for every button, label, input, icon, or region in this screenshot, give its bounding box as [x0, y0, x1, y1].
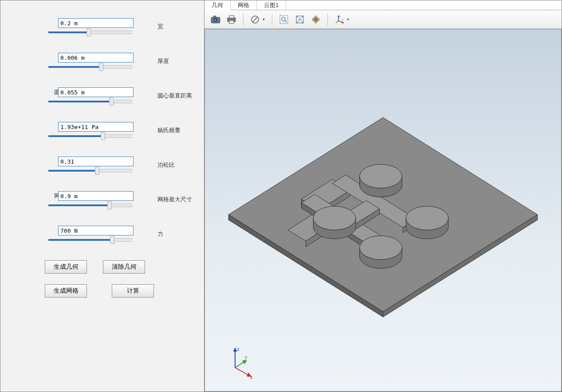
param-slider-width[interactable]: [48, 29, 133, 35]
param-row-meshmax: 网格最大尺寸 网格最大尺寸: [45, 191, 191, 211]
svg-marker-58: [242, 360, 247, 364]
toolbar: z y x: [204, 10, 562, 29]
param-label-cvdist-right: 圆心垂直距离: [157, 92, 192, 100]
generate-mesh-button[interactable]: 生成网格: [45, 284, 87, 298]
param-row-youngs: 杨氏横量 杨氏横量: [45, 122, 191, 141]
param-label-youngs-right: 杨氏横量: [157, 126, 181, 134]
param-label-poisson-right: 泊松比: [157, 161, 175, 169]
param-slider-youngs[interactable]: [48, 133, 133, 139]
param-label-force-right: 力: [157, 230, 163, 238]
zoom-extents-icon[interactable]: [293, 13, 307, 26]
tab-geometry[interactable]: 几何: [204, 0, 231, 10]
svg-text:y: y: [245, 354, 248, 360]
svg-text:z: z: [339, 15, 341, 18]
svg-rect-6: [229, 20, 234, 24]
param-input-force[interactable]: [58, 226, 134, 235]
svg-text:y: y: [342, 19, 343, 21]
svg-point-49: [406, 206, 448, 230]
button-row-2: 生成网格 计算: [45, 284, 191, 298]
geometry-3d-render: [205, 29, 561, 391]
svg-text:x: x: [250, 375, 253, 380]
svg-text:x: x: [342, 22, 344, 24]
svg-rect-1: [213, 16, 216, 18]
svg-point-47: [360, 165, 402, 188]
svg-marker-52: [233, 347, 237, 352]
viewport-3d[interactable]: z x y: [204, 29, 562, 392]
param-slider-force[interactable]: [48, 237, 133, 243]
param-slider-poisson[interactable]: [48, 168, 133, 174]
view-panel: 几何 网格 云图1 z y: [204, 0, 562, 392]
param-slider-meshmax[interactable]: [48, 202, 133, 208]
compute-button[interactable]: 计算: [112, 284, 154, 298]
param-slider-cvdist[interactable]: [48, 98, 133, 105]
param-row-cvdist: 圆心垂直距离 圆心垂直距离: [45, 87, 191, 107]
param-input-poisson[interactable]: [58, 157, 134, 166]
param-input-cvdist[interactable]: [58, 87, 134, 97]
svg-text:z: z: [237, 346, 240, 352]
svg-point-10: [282, 17, 285, 21]
tab-contour1[interactable]: 云图1: [257, 0, 286, 10]
svg-point-48: [313, 206, 356, 230]
svg-line-8: [252, 17, 258, 22]
orientation-triad-icon: z x y: [223, 345, 258, 380]
param-input-width[interactable]: [58, 18, 134, 28]
param-label-thickness-right: 厚度: [157, 57, 169, 65]
svg-line-54: [235, 368, 249, 376]
parameter-panel: 宽 宽 厚度 厚度 圆心垂直距离 圆心垂直距离 杨氏横量 杨氏横量 泊松比: [0, 0, 204, 392]
generate-geometry-button[interactable]: 生成几何: [45, 260, 87, 274]
button-row-1: 生成几何 清除几何: [45, 260, 191, 274]
param-slider-thickness[interactable]: [48, 64, 133, 70]
axis-orientation-dropdown-icon[interactable]: z y x: [333, 13, 351, 26]
tab-bar: 几何 网格 云图1: [204, 0, 562, 10]
svg-line-21: [336, 21, 338, 23]
camera-icon[interactable]: [209, 13, 222, 26]
param-label-width-right: 宽: [157, 23, 163, 31]
param-label-meshmax-right: 网格最大尺寸: [157, 196, 192, 204]
param-row-force: 力 力: [45, 226, 191, 245]
param-input-youngs[interactable]: [58, 122, 134, 132]
clear-geometry-button[interactable]: 清除几何: [103, 260, 145, 274]
zoom-selection-icon[interactable]: [309, 13, 322, 26]
svg-rect-5: [229, 16, 234, 18]
svg-point-50: [360, 236, 402, 260]
svg-rect-9: [280, 16, 288, 24]
tab-mesh[interactable]: 网格: [231, 0, 257, 10]
svg-point-3: [215, 19, 216, 21]
param-input-thickness[interactable]: [58, 53, 134, 63]
zoom-box-icon[interactable]: [277, 13, 291, 26]
svg-line-11: [285, 20, 287, 22]
param-row-width: 宽 宽: [45, 18, 191, 38]
param-input-meshmax[interactable]: [58, 191, 134, 201]
print-icon[interactable]: [225, 13, 238, 26]
param-row-poisson: 泊松比 泊松比: [45, 157, 191, 176]
param-row-thickness: 厚度 厚度: [45, 53, 191, 72]
transparency-dropdown-icon[interactable]: [248, 13, 267, 26]
